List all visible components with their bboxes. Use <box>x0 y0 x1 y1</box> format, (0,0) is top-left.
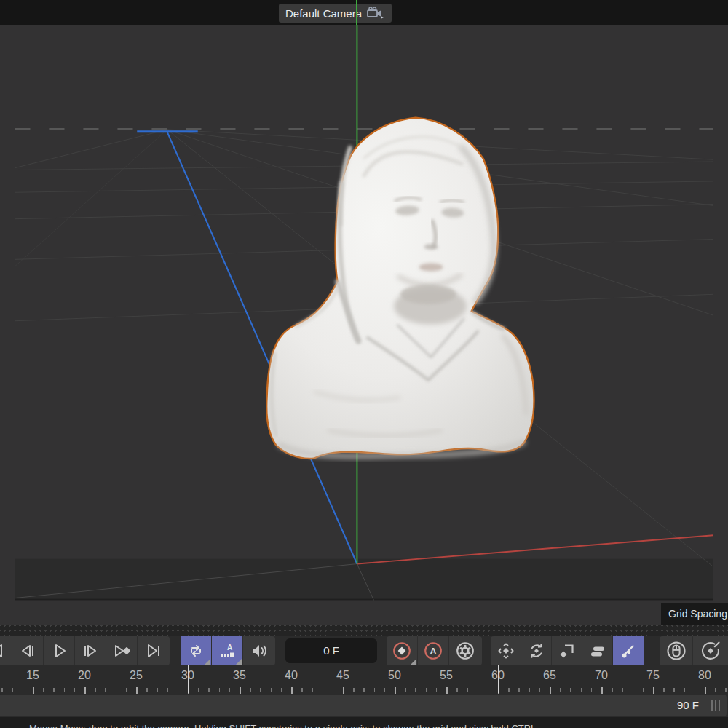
key-pla-button[interactable] <box>613 636 644 665</box>
ruler-tick <box>43 688 44 692</box>
current-frame-field[interactable]: 0 F <box>285 638 377 663</box>
ruler-tick <box>426 688 427 692</box>
record-keyframe-button[interactable] <box>387 636 418 665</box>
play-button[interactable] <box>44 636 75 665</box>
ruler-tick <box>64 688 66 692</box>
ruler-frame-label: 50 <box>388 669 401 682</box>
go-to-start-button[interactable] <box>0 636 12 665</box>
timeline-ticks[interactable] <box>0 686 728 695</box>
svg-text:A: A <box>227 644 232 652</box>
timeline-range-bar[interactable]: 90 F <box>0 695 727 716</box>
ruler-tick <box>446 687 448 694</box>
ruler-frame-label: 15 <box>26 669 39 682</box>
key-parameter-button[interactable] <box>582 636 613 665</box>
ruler-tick <box>53 688 55 692</box>
ruler-frame-label: 55 <box>440 669 453 682</box>
ruler-tick <box>343 687 344 694</box>
record-group: A <box>387 636 482 665</box>
ruler-tick <box>374 688 376 692</box>
ruler-tick <box>467 688 468 692</box>
ruler-tick <box>281 688 282 692</box>
ruler-tick <box>695 688 696 692</box>
ruler-tick <box>570 688 571 692</box>
ruler-tick <box>208 688 210 692</box>
camera-label: Default Camera <box>285 7 362 20</box>
ruler-frame-label: 80 <box>698 669 711 682</box>
timeline-marker[interactable] <box>188 665 189 693</box>
ruler-tick <box>560 688 561 692</box>
viewport-bottom-edge <box>15 599 713 601</box>
rotation-record-button[interactable] <box>693 636 727 665</box>
toolbar-grip-dots[interactable] <box>0 625 728 636</box>
ruler-tick <box>436 688 438 692</box>
ruler-frame-label: 35 <box>233 669 246 682</box>
ruler-tick <box>23 688 24 692</box>
ruler-tick <box>301 688 303 692</box>
next-frame-button[interactable] <box>75 636 106 665</box>
ruler-tick <box>12 688 14 692</box>
ruler-tick <box>612 688 613 692</box>
autokey-display-button[interactable]: A <box>212 636 243 665</box>
ruler-tick <box>105 688 106 692</box>
key-type-group <box>491 636 644 665</box>
ruler-tick <box>333 688 334 692</box>
ruler-tick <box>136 687 138 694</box>
ruler-tick <box>643 688 644 692</box>
mouse-record-button[interactable] <box>660 636 693 665</box>
ruler-tick <box>291 687 293 694</box>
range-grip-handle[interactable] <box>711 700 721 711</box>
previous-frame-button[interactable] <box>12 636 44 665</box>
transport-group <box>0 636 170 665</box>
ruler-tick <box>33 687 34 694</box>
autokey-record-button[interactable]: A <box>418 636 449 665</box>
ruler-tick <box>550 687 551 694</box>
ruler-tick <box>250 688 251 692</box>
ruler-tick <box>653 687 654 694</box>
ruler-tick <box>518 688 520 692</box>
key-rotation-button[interactable] <box>521 636 552 665</box>
timeline-ruler[interactable]: 1520253035404550556065707580 <box>0 667 728 686</box>
ruler-tick <box>260 688 261 692</box>
ruler-tick <box>673 688 675 692</box>
ruler-tick <box>323 688 324 692</box>
playback-options-group: A <box>181 636 275 665</box>
camera-menu-button[interactable]: Default Camera <box>279 4 392 23</box>
ruler-tick <box>508 688 510 692</box>
go-to-end-button[interactable] <box>138 636 169 665</box>
ruler-tick <box>219 688 221 692</box>
ruler-tick <box>271 688 272 692</box>
ruler-frame-label: 75 <box>646 669 660 682</box>
ruler-frame-label: 70 <box>595 669 608 682</box>
ruler-tick <box>95 688 96 692</box>
end-frame-label: 90 F <box>677 695 699 716</box>
key-scale-button[interactable] <box>552 636 582 665</box>
ruler-tick <box>529 688 531 692</box>
ruler-tick <box>478 688 479 692</box>
sound-button[interactable] <box>243 636 274 665</box>
svg-text:A: A <box>430 646 437 656</box>
ruler-frame-label: 25 <box>130 669 143 682</box>
ruler-tick <box>84 687 86 694</box>
ruler-tick <box>167 688 169 692</box>
scene-3d <box>0 25 728 625</box>
viewport-canvas[interactable]: Grid Spacing <box>0 25 728 625</box>
keyframe-settings-button[interactable] <box>449 636 480 665</box>
ruler-tick <box>384 688 386 692</box>
ruler-frame-label: 20 <box>78 669 91 682</box>
ruler-tick <box>312 688 313 692</box>
y-axis-line-topbar <box>356 0 357 25</box>
play-to-next-key-button[interactable] <box>106 636 138 665</box>
ruler-tick <box>663 688 665 692</box>
timeline-marker[interactable] <box>498 665 499 693</box>
ruler-tick <box>74 688 76 692</box>
ruler-tick <box>126 688 127 692</box>
ruler-tick <box>456 688 458 692</box>
ruler-frame-label: 65 <box>543 669 556 682</box>
key-position-button[interactable] <box>491 636 521 665</box>
ruler-tick <box>684 688 686 692</box>
ruler-tick <box>395 687 396 694</box>
ruler-tick <box>157 688 158 692</box>
animation-toolbar: A 0 F A <box>0 625 728 728</box>
loop-cycle-button[interactable] <box>181 636 212 665</box>
ruler-tick <box>715 688 716 692</box>
